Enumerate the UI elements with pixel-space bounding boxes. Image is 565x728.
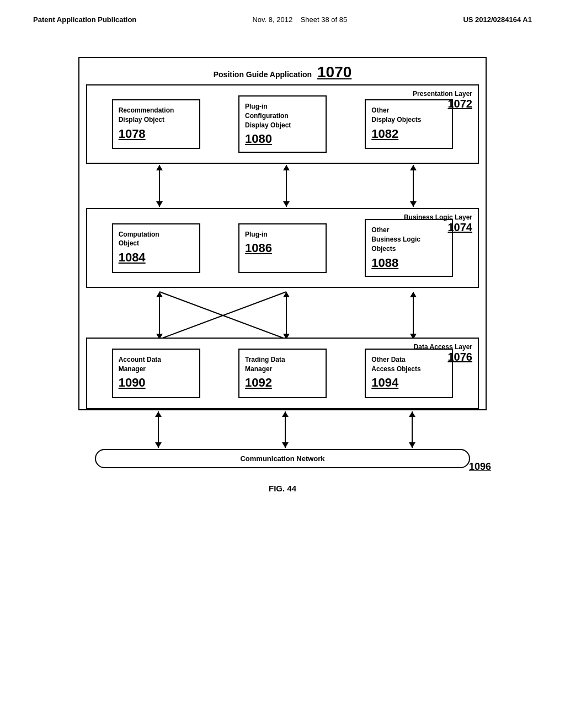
computation-object-box: ComputationObject 1084 bbox=[112, 223, 200, 273]
svg-marker-4 bbox=[283, 165, 290, 170]
business-objects-row: ComputationObject 1084 Plug-in 1086 Othe… bbox=[87, 209, 478, 286]
svg-marker-21 bbox=[155, 411, 162, 417]
application-box: Position Guide Application 1070 Presenta… bbox=[78, 57, 487, 410]
comm-network-number: 1096 bbox=[469, 461, 491, 473]
computation-object-number: 1084 bbox=[119, 250, 146, 265]
svg-marker-25 bbox=[282, 442, 289, 448]
svg-marker-28 bbox=[409, 442, 415, 448]
svg-marker-7 bbox=[410, 165, 417, 170]
trading-data-manager-box: Trading DataManager 1092 bbox=[238, 349, 327, 398]
plugin-config-display-label: Plug-inConfigurationDisplay Object bbox=[245, 102, 291, 130]
recommendation-display-label: RecommendationDisplay Object bbox=[119, 106, 174, 125]
account-data-manager-box: Account DataManager 1090 bbox=[112, 349, 200, 398]
other-business-logic-number: 1088 bbox=[371, 256, 398, 270]
plugin-config-display-number: 1080 bbox=[245, 132, 272, 146]
svg-marker-14 bbox=[156, 334, 163, 338]
svg-marker-2 bbox=[156, 201, 163, 207]
other-data-access-label: Other DataAccess Objects bbox=[371, 355, 420, 374]
svg-marker-19 bbox=[410, 292, 417, 297]
app-title-number: 1070 bbox=[317, 63, 351, 81]
plugin-object-label: Plug-in bbox=[245, 230, 268, 239]
svg-marker-24 bbox=[282, 411, 289, 417]
svg-marker-15 bbox=[283, 334, 290, 338]
svg-marker-27 bbox=[409, 411, 415, 417]
arrows-pres-to-biz bbox=[79, 164, 488, 208]
arrows-data-to-comm bbox=[78, 410, 487, 449]
other-display-objects-box: OtherDisplay Objects 1082 bbox=[365, 99, 453, 149]
data-access-layer: Data Access Layer 1076 Account DataManag… bbox=[86, 338, 479, 409]
other-display-number: 1082 bbox=[371, 127, 398, 141]
main-content: Position Guide Application 1070 Presenta… bbox=[0, 24, 565, 493]
account-data-manager-number: 1090 bbox=[119, 376, 146, 390]
computation-object-label: ComputationObject bbox=[119, 230, 159, 249]
trading-data-manager-label: Trading DataManager bbox=[245, 355, 285, 374]
account-data-manager-label: Account DataManager bbox=[119, 355, 161, 374]
other-data-access-box: Other DataAccess Objects 1094 bbox=[365, 349, 453, 398]
plugin-object-box: Plug-in 1086 bbox=[238, 223, 327, 273]
svg-marker-8 bbox=[410, 201, 417, 207]
svg-marker-16 bbox=[410, 334, 417, 338]
recommendation-display-number: 1078 bbox=[119, 127, 146, 141]
other-data-access-number: 1094 bbox=[371, 376, 398, 390]
business-logic-layer: Business Logic Layer 1074 ComputationObj… bbox=[86, 208, 479, 287]
header-left: Patent Application Publication bbox=[33, 15, 136, 24]
arrows-biz-to-data bbox=[79, 288, 488, 338]
svg-marker-22 bbox=[155, 442, 162, 448]
app-title-bar: Position Guide Application 1070 bbox=[79, 58, 486, 84]
plugin-object-number: 1086 bbox=[245, 241, 272, 255]
recommendation-display-object-box: RecommendationDisplay Object 1078 bbox=[112, 99, 200, 149]
comm-network-area: Communication Network 1096 bbox=[78, 410, 487, 474]
page-header: Patent Application Publication Nov. 8, 2… bbox=[0, 0, 565, 24]
comm-network-label: Communication Network bbox=[240, 454, 324, 463]
other-business-logic-label: OtherBusiness LogicObjects bbox=[371, 226, 420, 253]
figure-label: FIG. 44 bbox=[269, 484, 296, 493]
plugin-config-display-object-box: Plug-inConfigurationDisplay Object 1080 bbox=[238, 95, 327, 153]
trading-data-manager-number: 1092 bbox=[245, 376, 272, 390]
communication-network-box: Communication Network 1096 bbox=[95, 449, 470, 468]
svg-marker-1 bbox=[156, 165, 163, 170]
data-objects-row: Account DataManager 1090 Trading DataMan… bbox=[87, 339, 478, 408]
other-business-logic-box: OtherBusiness LogicObjects 1088 bbox=[365, 219, 453, 276]
header-date: Nov. 8, 2012 Sheet 38 of 85 bbox=[252, 15, 347, 24]
other-display-label: OtherDisplay Objects bbox=[371, 106, 421, 125]
svg-marker-5 bbox=[283, 201, 290, 207]
app-title-text: Position Guide Application bbox=[214, 70, 312, 79]
header-right: US 2012/0284164 A1 bbox=[463, 15, 532, 24]
presentation-layer: Presentation Layer 1072 RecommendationDi… bbox=[86, 84, 479, 164]
